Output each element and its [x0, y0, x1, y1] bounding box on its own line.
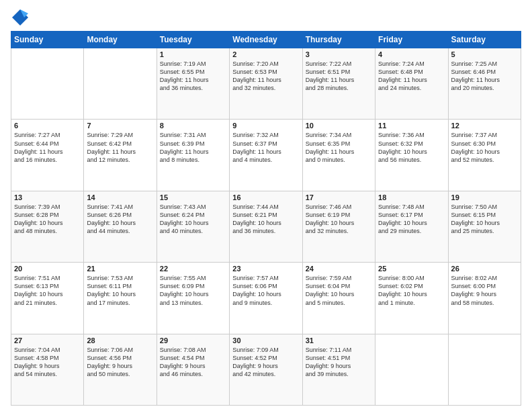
cell-text: Sunrise: 7:43 AM Sunset: 6:24 PM Dayligh… [160, 203, 226, 236]
weekday-header-tuesday: Tuesday [157, 32, 229, 48]
calendar-table: SundayMondayTuesdayWednesdayThursdayFrid… [11, 31, 521, 406]
calendar-cell: 19Sunrise: 7:50 AM Sunset: 6:15 PM Dayli… [448, 191, 521, 262]
week-row-3: 20Sunrise: 7:51 AM Sunset: 6:13 PM Dayli… [11, 263, 521, 334]
calendar-cell: 3Sunrise: 7:22 AM Sunset: 6:51 PM Daylig… [302, 48, 375, 120]
weekday-header-row: SundayMondayTuesdayWednesdayThursdayFrid… [11, 32, 521, 48]
calendar-cell: 9Sunrise: 7:32 AM Sunset: 6:37 PM Daylig… [230, 120, 302, 191]
cell-text: Sunrise: 7:29 AM Sunset: 6:42 PM Dayligh… [87, 131, 153, 164]
day-number: 9 [232, 122, 299, 130]
weekday-header-saturday: Saturday [448, 32, 521, 48]
calendar-cell [11, 48, 84, 120]
day-number: 16 [232, 193, 299, 201]
week-row-1: 6Sunrise: 7:27 AM Sunset: 6:44 PM Daylig… [11, 120, 521, 191]
weekday-header-wednesday: Wednesday [230, 32, 302, 48]
cell-text: Sunrise: 7:59 AM Sunset: 6:04 PM Dayligh… [306, 274, 372, 307]
logo [11, 8, 32, 27]
day-number: 8 [160, 122, 226, 130]
calendar-cell: 21Sunrise: 7:53 AM Sunset: 6:11 PM Dayli… [84, 263, 157, 334]
calendar-cell: 22Sunrise: 7:55 AM Sunset: 6:09 PM Dayli… [157, 263, 229, 334]
cell-text: Sunrise: 7:50 AM Sunset: 6:15 PM Dayligh… [451, 203, 518, 236]
weekday-header-thursday: Thursday [302, 32, 375, 48]
calendar-cell: 26Sunrise: 8:02 AM Sunset: 6:00 PM Dayli… [448, 263, 521, 334]
cell-text: Sunrise: 7:46 AM Sunset: 6:19 PM Dayligh… [306, 203, 372, 236]
calendar-cell: 24Sunrise: 7:59 AM Sunset: 6:04 PM Dayli… [302, 263, 375, 334]
calendar-cell [84, 48, 157, 120]
calendar-cell: 20Sunrise: 7:51 AM Sunset: 6:13 PM Dayli… [11, 263, 84, 334]
calendar-cell: 18Sunrise: 7:48 AM Sunset: 6:17 PM Dayli… [375, 191, 448, 262]
day-number: 6 [14, 122, 81, 130]
cell-text: Sunrise: 7:06 AM Sunset: 4:56 PM Dayligh… [87, 346, 153, 379]
day-number: 2 [232, 50, 299, 58]
day-number: 14 [87, 193, 153, 201]
day-number: 20 [14, 265, 81, 273]
calendar-cell: 29Sunrise: 7:08 AM Sunset: 4:54 PM Dayli… [157, 334, 229, 405]
cell-text: Sunrise: 7:55 AM Sunset: 6:09 PM Dayligh… [160, 274, 226, 307]
calendar-cell: 12Sunrise: 7:37 AM Sunset: 6:30 PM Dayli… [448, 120, 521, 191]
calendar-cell: 1Sunrise: 7:19 AM Sunset: 6:55 PM Daylig… [157, 48, 229, 120]
day-number: 28 [87, 336, 153, 345]
calendar-cell: 28Sunrise: 7:06 AM Sunset: 4:56 PM Dayli… [84, 334, 157, 405]
cell-text: Sunrise: 7:37 AM Sunset: 6:30 PM Dayligh… [451, 131, 518, 164]
cell-text: Sunrise: 7:11 AM Sunset: 4:51 PM Dayligh… [306, 346, 372, 379]
cell-text: Sunrise: 7:27 AM Sunset: 6:44 PM Dayligh… [14, 131, 81, 164]
day-number: 25 [378, 265, 445, 273]
cell-text: Sunrise: 7:24 AM Sunset: 6:48 PM Dayligh… [378, 60, 445, 93]
weekday-header-sunday: Sunday [11, 32, 84, 48]
cell-text: Sunrise: 7:36 AM Sunset: 6:32 PM Dayligh… [378, 131, 445, 164]
day-number: 12 [451, 122, 518, 130]
calendar-cell: 27Sunrise: 7:04 AM Sunset: 4:58 PM Dayli… [11, 334, 84, 405]
week-row-0: 1Sunrise: 7:19 AM Sunset: 6:55 PM Daylig… [11, 48, 521, 120]
day-number: 5 [451, 50, 518, 58]
cell-text: Sunrise: 7:39 AM Sunset: 6:28 PM Dayligh… [14, 203, 81, 236]
day-number: 18 [378, 193, 445, 201]
cell-text: Sunrise: 7:51 AM Sunset: 6:13 PM Dayligh… [14, 274, 81, 307]
cell-text: Sunrise: 7:19 AM Sunset: 6:55 PM Dayligh… [160, 60, 226, 93]
day-number: 26 [451, 265, 518, 273]
cell-text: Sunrise: 7:53 AM Sunset: 6:11 PM Dayligh… [87, 274, 153, 307]
cell-text: Sunrise: 7:20 AM Sunset: 6:53 PM Dayligh… [232, 60, 299, 93]
calendar-cell: 5Sunrise: 7:25 AM Sunset: 6:46 PM Daylig… [448, 48, 521, 120]
calendar-cell: 11Sunrise: 7:36 AM Sunset: 6:32 PM Dayli… [375, 120, 448, 191]
calendar-cell: 4Sunrise: 7:24 AM Sunset: 6:48 PM Daylig… [375, 48, 448, 120]
cell-text: Sunrise: 7:04 AM Sunset: 4:58 PM Dayligh… [14, 346, 81, 379]
calendar-cell: 10Sunrise: 7:34 AM Sunset: 6:35 PM Dayli… [302, 120, 375, 191]
day-number: 15 [160, 193, 226, 201]
cell-text: Sunrise: 7:31 AM Sunset: 6:39 PM Dayligh… [160, 131, 226, 164]
day-number: 23 [232, 265, 299, 273]
calendar-cell: 30Sunrise: 7:09 AM Sunset: 4:52 PM Dayli… [230, 334, 302, 405]
cell-text: Sunrise: 7:41 AM Sunset: 6:26 PM Dayligh… [87, 203, 153, 236]
calendar-cell: 14Sunrise: 7:41 AM Sunset: 6:26 PM Dayli… [84, 191, 157, 262]
weekday-header-monday: Monday [84, 32, 157, 48]
cell-text: Sunrise: 7:09 AM Sunset: 4:52 PM Dayligh… [232, 346, 299, 379]
day-number: 21 [87, 265, 153, 273]
day-number: 24 [306, 265, 372, 273]
day-number: 30 [232, 336, 299, 345]
calendar-cell: 7Sunrise: 7:29 AM Sunset: 6:42 PM Daylig… [84, 120, 157, 191]
day-number: 31 [306, 336, 372, 345]
day-number: 22 [160, 265, 226, 273]
week-row-2: 13Sunrise: 7:39 AM Sunset: 6:28 PM Dayli… [11, 191, 521, 262]
cell-text: Sunrise: 7:34 AM Sunset: 6:35 PM Dayligh… [306, 131, 372, 164]
page: SundayMondayTuesdayWednesdayThursdayFrid… [0, 0, 532, 411]
header [11, 8, 521, 27]
calendar-cell: 15Sunrise: 7:43 AM Sunset: 6:24 PM Dayli… [157, 191, 229, 262]
logo-icon [11, 8, 30, 27]
day-number: 4 [378, 50, 445, 58]
day-number: 27 [14, 336, 81, 345]
cell-text: Sunrise: 8:02 AM Sunset: 6:00 PM Dayligh… [451, 274, 518, 307]
day-number: 10 [306, 122, 372, 130]
calendar-cell: 25Sunrise: 8:00 AM Sunset: 6:02 PM Dayli… [375, 263, 448, 334]
day-number: 17 [306, 193, 372, 201]
svg-marker-0 [12, 9, 28, 26]
cell-text: Sunrise: 7:32 AM Sunset: 6:37 PM Dayligh… [232, 131, 299, 164]
calendar-cell: 13Sunrise: 7:39 AM Sunset: 6:28 PM Dayli… [11, 191, 84, 262]
cell-text: Sunrise: 7:57 AM Sunset: 6:06 PM Dayligh… [232, 274, 299, 307]
calendar-cell: 17Sunrise: 7:46 AM Sunset: 6:19 PM Dayli… [302, 191, 375, 262]
day-number: 3 [306, 50, 372, 58]
cell-text: Sunrise: 7:22 AM Sunset: 6:51 PM Dayligh… [306, 60, 372, 93]
calendar-cell: 6Sunrise: 7:27 AM Sunset: 6:44 PM Daylig… [11, 120, 84, 191]
day-number: 13 [14, 193, 81, 201]
day-number: 19 [451, 193, 518, 201]
calendar-cell: 31Sunrise: 7:11 AM Sunset: 4:51 PM Dayli… [302, 334, 375, 405]
cell-text: Sunrise: 8:00 AM Sunset: 6:02 PM Dayligh… [378, 274, 445, 307]
